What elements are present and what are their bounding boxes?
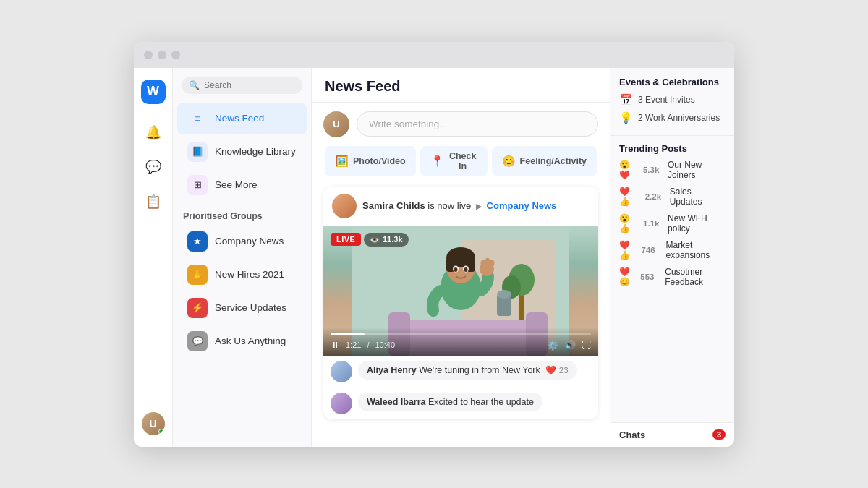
- commenter-avatar-1: [331, 361, 352, 382]
- comment-item-1: Aliya Henry We're tuning in from New Yor…: [323, 356, 598, 388]
- reactions-1: 😮❤️: [619, 160, 639, 180]
- bookmark-icon[interactable]: 📋: [142, 191, 164, 213]
- nav-item-see-more[interactable]: ⊞ See More: [177, 169, 307, 201]
- count-1: 5.3k: [643, 166, 663, 174]
- nav-item-service-updates[interactable]: ⚡ Service Updates: [177, 292, 307, 324]
- nav-item-label: Knowledge Library: [215, 146, 296, 157]
- right-sidebar: Events & Celebrations 📅 3 Event Invites …: [610, 68, 734, 447]
- user-avatar[interactable]: U: [142, 412, 165, 435]
- nav-item-company-news[interactable]: ★ Company News: [177, 226, 307, 257]
- svg-point-17: [454, 267, 458, 272]
- play-pause-icon[interactable]: ⏸: [331, 340, 340, 351]
- nav-item-label: News Feed: [215, 113, 264, 124]
- live-group-name[interactable]: Company News: [487, 200, 557, 211]
- chats-count-badge: 3: [712, 429, 726, 440]
- comment-text-2: Waleed Ibarra Excited to hear the update: [358, 393, 542, 411]
- label-4: Market expansions: [666, 240, 726, 260]
- main-content: U Write something... 🖼️ Photo/Video 📍 Ch…: [312, 103, 610, 447]
- check-in-icon: 📍: [430, 155, 444, 168]
- label-5: Cusotmer Feedback: [665, 267, 726, 287]
- event-item-2[interactable]: 💡 2 Work Anniversaries: [619, 111, 726, 124]
- comment-body-1: We're tuning in from New York: [419, 365, 540, 375]
- controls-row: ⏸ 1:21 / 10:40 ⚙️ 🔊 ⛶: [331, 340, 591, 351]
- trending-item-1[interactable]: 😮❤️ 5.3k Our New Joiners: [619, 160, 726, 180]
- nav-item-ask-us[interactable]: 💬 Ask Us Anything: [177, 325, 307, 357]
- groups-section-title: Prioritised Groups: [173, 202, 311, 226]
- commenter-avatar-2: [331, 393, 352, 414]
- main-feed-area: News Feed U Write something... 🖼️ Photo/…: [312, 68, 610, 447]
- search-icon: 🔍: [189, 80, 200, 90]
- volume-icon[interactable]: 🔊: [564, 340, 576, 351]
- svg-point-18: [464, 267, 468, 272]
- label-2: Sales Updates: [670, 187, 726, 207]
- trending-item-5[interactable]: ❤️😊 553 Cusotmer Feedback: [619, 267, 726, 287]
- progress-bar[interactable]: [331, 333, 591, 335]
- settings-icon[interactable]: ⚙️: [547, 340, 558, 351]
- message-icon[interactable]: 💬: [142, 156, 164, 178]
- nav-item-news-feed[interactable]: ≡ News Feed: [177, 103, 307, 134]
- trending-item-2[interactable]: ❤️👍 2.2k Sales Updates: [619, 187, 726, 207]
- nav-item-label: See More: [215, 179, 258, 190]
- icon-sidebar: W 🔔 💬 📋 U: [134, 68, 173, 447]
- comment-emoji-1: ❤️: [545, 365, 556, 375]
- photo-video-icon: 🖼️: [335, 155, 349, 168]
- current-user-avatar: U: [323, 111, 349, 137]
- anniversary-icon: 💡: [619, 111, 633, 124]
- svg-point-22: [490, 260, 495, 267]
- traffic-light-red[interactable]: [144, 51, 153, 59]
- service-updates-icon: ⚡: [187, 298, 208, 318]
- reactions-2: ❤️👍: [619, 187, 641, 207]
- see-more-icon: ⊞: [187, 175, 208, 195]
- trending-item-4[interactable]: ❤️👍 746 Market expansions: [619, 240, 726, 260]
- view-count: 👁️ 11.3k: [364, 233, 409, 247]
- nav-sidebar: 🔍 ≡ News Feed 📘 Knowledge Library ⊞: [173, 68, 312, 447]
- count-2: 2.2k: [645, 192, 665, 201]
- feeling-activity-button[interactable]: 😊 Feeling/Activity: [492, 146, 597, 176]
- event-item-1[interactable]: 📅 3 Event Invites: [619, 93, 726, 106]
- feeling-icon: 😊: [502, 155, 516, 168]
- post-action-bar: 🖼️ Photo/Video 📍 Check In 😊 Feeling/Acti…: [323, 146, 598, 176]
- poster-avatar: [332, 194, 357, 218]
- fullscreen-icon[interactable]: ⛶: [582, 340, 591, 351]
- total-time: 10:40: [375, 341, 395, 349]
- trending-item-3[interactable]: 😮👍 1.1k New WFH policy: [619, 213, 726, 234]
- app-logo[interactable]: W: [141, 80, 166, 104]
- nav-item-label: Service Updates: [215, 302, 286, 313]
- photo-video-button[interactable]: 🖼️ Photo/Video: [325, 146, 416, 176]
- notification-icon[interactable]: 🔔: [142, 121, 164, 143]
- write-post-bar: U Write something...: [323, 111, 598, 137]
- search-box[interactable]: 🔍: [182, 77, 302, 94]
- live-post-card: Samira Childs is now live ▶ Company News: [323, 187, 598, 419]
- news-feed-icon: ≡: [187, 108, 208, 129]
- nav-item-knowledge-library[interactable]: 📘 Knowledge Library: [177, 136, 307, 168]
- video-container[interactable]: LIVE 👁️ 11.3k ⏸ 1:21: [323, 226, 598, 356]
- trending-section: Trending Posts 😮❤️ 5.3k Our New Joiners …: [610, 136, 734, 422]
- comment-text-1: Aliya Henry We're tuning in from New Yor…: [358, 361, 577, 380]
- traffic-light-green[interactable]: [171, 51, 180, 59]
- video-controls: ⏸ 1:21 / 10:40 ⚙️ 🔊 ⛶: [323, 328, 598, 356]
- traffic-light-yellow[interactable]: [158, 51, 166, 59]
- nav-item-label: Ask Us Anything: [215, 335, 286, 346]
- live-post-header: Samira Childs is now live ▶ Company News: [323, 187, 598, 226]
- nav-item-label: New Hires 2021: [215, 269, 284, 280]
- chats-footer[interactable]: Chats 3: [610, 422, 734, 447]
- svg-point-21: [485, 257, 490, 265]
- nav-item-new-hires[interactable]: ✋ New Hires 2021: [177, 259, 307, 291]
- live-badge: LIVE: [331, 233, 361, 246]
- calendar-icon: 📅: [619, 93, 633, 106]
- count-4: 746: [642, 246, 662, 254]
- main-header: News Feed: [312, 68, 610, 103]
- check-in-button[interactable]: 📍 Check In: [420, 146, 488, 176]
- reactions-5: ❤️😊: [619, 267, 636, 287]
- knowledge-library-icon: 📘: [187, 142, 208, 162]
- new-hires-icon: ✋: [187, 265, 208, 285]
- nav-item-label: Company News: [215, 236, 284, 247]
- company-news-icon: ★: [187, 231, 208, 252]
- write-post-input[interactable]: Write something...: [357, 111, 598, 137]
- online-indicator: [158, 429, 164, 435]
- arrow-icon: ▶: [476, 202, 482, 210]
- search-input[interactable]: [204, 80, 295, 90]
- page-title: News Feed: [325, 78, 597, 95]
- count-5: 553: [640, 273, 660, 281]
- browser-titlebar: [134, 42, 734, 68]
